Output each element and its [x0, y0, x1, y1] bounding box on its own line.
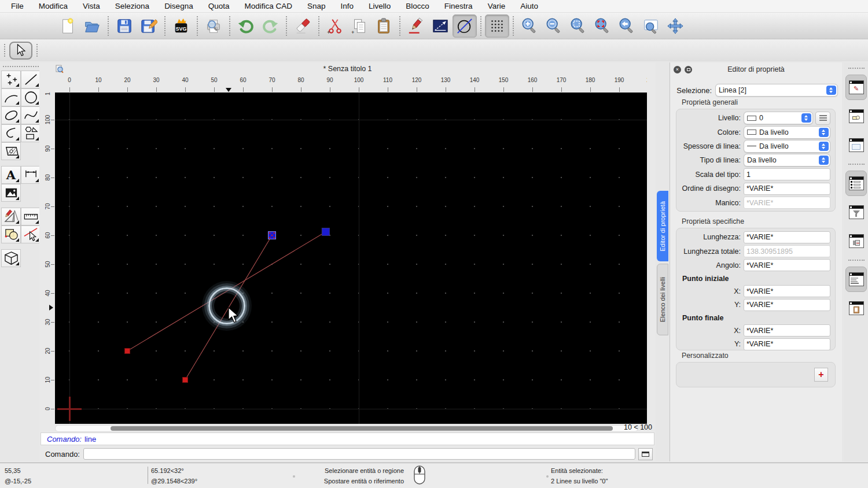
float-panel-button[interactable]: [685, 66, 692, 73]
copy-button[interactable]: +: [347, 14, 372, 38]
end-point-header: Punto finale: [678, 312, 830, 324]
toggle-clipboard-button[interactable]: [845, 295, 867, 321]
auto-zoom-button[interactable]: [566, 14, 590, 38]
add-custom-property-button[interactable]: +: [814, 368, 828, 382]
save-button[interactable]: [112, 14, 137, 38]
print-preview-button[interactable]: [201, 14, 226, 38]
linetype-combobox[interactable]: Da livello: [744, 154, 830, 167]
erase-button[interactable]: [290, 14, 315, 38]
length-field[interactable]: [744, 231, 830, 243]
menu-item-finestra[interactable]: Finestra: [437, 2, 480, 10]
new-file-button[interactable]: [56, 14, 80, 38]
divide-tool-button[interactable]: [1, 225, 21, 243]
arc-tool-button[interactable]: [1, 88, 21, 106]
text-tool-button[interactable]: A: [1, 166, 21, 184]
h-scrollbar-thumb[interactable]: [111, 426, 613, 431]
menu-item-snap[interactable]: Snap: [300, 2, 333, 10]
select-line-tool-button[interactable]: [21, 225, 41, 243]
lineweight-combobox[interactable]: Da livello: [744, 140, 830, 153]
line-tool-button[interactable]: [21, 71, 41, 88]
document-zoom-icon: [55, 64, 64, 73]
toggle-selection-filter-button[interactable]: [845, 199, 867, 225]
end-grip[interactable]: [322, 228, 329, 235]
zoom-in-button[interactable]: [517, 14, 542, 38]
selection-combobox[interactable]: Linea [2]: [715, 84, 838, 97]
circle-tool-button[interactable]: [21, 88, 41, 106]
menu-item-aiuto[interactable]: Aiuto: [513, 2, 546, 10]
grid-toggle-button[interactable]: [485, 14, 509, 38]
menu-item-disegna[interactable]: Disegna: [157, 2, 201, 10]
zoom-selection-button[interactable]: [590, 14, 615, 38]
strip-grip[interactable]: [848, 68, 865, 69]
undo-button[interactable]: [234, 14, 258, 38]
zoom-out-button[interactable]: [542, 14, 566, 38]
palette-grip[interactable]: [3, 66, 39, 67]
redo-button[interactable]: [258, 14, 282, 38]
linetype-scale-field[interactable]: [744, 168, 830, 180]
dimension-tool-button[interactable]: [21, 166, 41, 184]
shape-tool-button[interactable]: [21, 124, 41, 142]
save-as-button[interactable]: [137, 14, 161, 38]
menu-item-seleziona[interactable]: Seleziona: [108, 2, 157, 10]
previous-view-button[interactable]: [615, 14, 639, 38]
point-tool-button[interactable]: [1, 71, 21, 88]
modify-tool-button[interactable]: [1, 208, 21, 225]
menu-item-vista[interactable]: Vista: [75, 2, 108, 10]
toggle-property-editor-button[interactable]: ✎: [845, 75, 867, 100]
open-file-button[interactable]: [80, 14, 104, 38]
toggle-relative-zero-button[interactable]: [845, 228, 867, 254]
drawing-canvas[interactable]: [55, 93, 647, 424]
cut-button[interactable]: +: [323, 14, 347, 38]
end-x-field[interactable]: [744, 324, 830, 337]
menu-item-quota[interactable]: Quota: [201, 2, 237, 10]
start-x-field[interactable]: [744, 285, 830, 297]
h-ruler-cursor-marker: [226, 88, 231, 92]
pan-button[interactable]: [663, 14, 687, 38]
command-input[interactable]: [83, 448, 635, 460]
copy-icon: +: [351, 17, 368, 35]
v-ruler: 0102030405060708090100110: [45, 93, 55, 424]
toolbar-grip[interactable]: [4, 44, 5, 57]
toolbar-separator: [318, 16, 319, 36]
select-tool-button[interactable]: [9, 42, 32, 60]
command-window-button[interactable]: [638, 448, 653, 460]
menu-item-info[interactable]: Info: [333, 2, 362, 10]
layer-combobox[interactable]: 0: [744, 112, 813, 124]
close-panel-button[interactable]: ×: [674, 66, 681, 73]
image-tool-button[interactable]: [1, 184, 21, 202]
end-y-field[interactable]: [744, 338, 830, 350]
start-grip[interactable]: [183, 378, 188, 383]
zoom-window-button[interactable]: [639, 14, 663, 38]
svg-export-button[interactable]: SVG: [169, 14, 193, 38]
start-grip[interactable]: [125, 349, 130, 354]
polyline-tool-button[interactable]: [1, 124, 21, 142]
angle-field[interactable]: [744, 259, 830, 271]
toggle-command-line-button[interactable]: [845, 267, 867, 292]
menu-item-livello[interactable]: Livello: [361, 2, 398, 10]
spline-tool-button[interactable]: [21, 106, 41, 124]
color-combobox[interactable]: Da livello: [744, 126, 830, 139]
toggle-layer-list-button[interactable]: [845, 171, 867, 196]
toggle-block-list-button[interactable]: [845, 103, 867, 129]
layer-menu-button[interactable]: [815, 112, 830, 125]
solid-3d-tool-button[interactable]: [1, 249, 21, 267]
tab-property-editor[interactable]: Editor di proprietà: [657, 191, 668, 261]
toolbar-grip[interactable]: [36, 44, 38, 57]
paste-button[interactable]: [372, 14, 396, 38]
ellipse-tool-button[interactable]: [1, 106, 21, 124]
menu-item-modifica-cad[interactable]: Modifica CAD: [237, 2, 300, 10]
h-scrollbar[interactable]: [55, 425, 638, 432]
construction-line-button[interactable]: [453, 14, 477, 38]
draw-order-field[interactable]: [744, 183, 830, 195]
toggle-library-browser-button[interactable]: [845, 132, 867, 158]
start-y-field[interactable]: [744, 299, 830, 311]
menu-item-blocco[interactable]: Blocco: [398, 2, 437, 10]
menu-item-modifica[interactable]: Modifica: [31, 2, 75, 10]
tab-layer-list[interactable]: Elenco dei livelli: [657, 264, 668, 335]
menu-item-varie[interactable]: Varie: [480, 2, 513, 10]
hatch-tool-button[interactable]: [1, 142, 21, 160]
measure-tool-button[interactable]: [21, 208, 41, 225]
restrict-angle-button[interactable]: [428, 14, 453, 38]
menu-item-file[interactable]: File: [3, 2, 31, 10]
draw-freehand-button[interactable]: [404, 14, 428, 38]
